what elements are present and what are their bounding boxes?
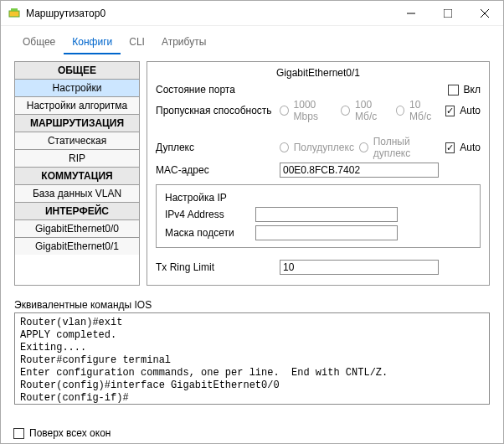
txring-input[interactable] bbox=[280, 260, 439, 275]
bw-100-radio[interactable] bbox=[341, 106, 350, 116]
ipv4-label: IPv4 Address bbox=[165, 209, 249, 220]
sidebar-group-interface: ИНТЕРФЕЙС bbox=[15, 203, 139, 220]
app-icon bbox=[8, 7, 21, 20]
sidebar-item-ge00[interactable]: GigabitEthernet0/0 bbox=[15, 220, 139, 238]
txring-label: Tx Ring Limit bbox=[156, 261, 273, 273]
always-on-top-checkbox[interactable] bbox=[13, 428, 24, 439]
bw-auto-checkbox[interactable] bbox=[445, 106, 455, 116]
duplex-auto-label: Auto bbox=[460, 142, 481, 153]
sidebar-group-routing: МАРШРУТИЗАЦИЯ bbox=[15, 115, 139, 132]
ios-commands-label: Эквивалентные команды IOS bbox=[1, 299, 503, 311]
port-state-label: Состояние порта bbox=[156, 84, 273, 96]
port-on-label: Вкл bbox=[464, 84, 481, 96]
bw-100-label: 100 Мб/с bbox=[355, 99, 390, 122]
mac-label: MAC-адрес bbox=[156, 164, 273, 176]
minimize-button[interactable] bbox=[393, 1, 429, 26]
sidebar: ОБЩЕЕ Настройки Настройки алгоритма МАРШ… bbox=[14, 61, 140, 286]
duplex-half-label: Полудуплекс bbox=[294, 142, 354, 153]
duplex-label: Дуплекс bbox=[156, 142, 273, 153]
duplex-full-label: Полный дуплекс bbox=[373, 136, 440, 159]
sidebar-item-rip[interactable]: RIP bbox=[15, 150, 139, 168]
svg-rect-1 bbox=[11, 8, 18, 11]
svg-rect-0 bbox=[9, 11, 19, 17]
bandwidth-label: Пропускная способность bbox=[156, 105, 273, 116]
sidebar-item-ge01[interactable]: GigabitEthernet0/1 bbox=[15, 238, 139, 255]
sidebar-item-algo-settings[interactable]: Настройки алгоритма bbox=[15, 97, 139, 115]
bw-1000-radio[interactable] bbox=[280, 106, 289, 116]
mac-input[interactable] bbox=[280, 163, 439, 178]
interface-panel: GigabitEthernet0/1 Состояние порта Вкл П… bbox=[147, 61, 490, 286]
port-on-checkbox[interactable] bbox=[448, 85, 459, 96]
close-button[interactable] bbox=[466, 1, 503, 26]
ios-commands-output[interactable]: Router(vlan)#exit APPLY completed. Exiti… bbox=[14, 312, 490, 405]
ip-header-label: Настройка IP bbox=[165, 192, 249, 204]
mask-input[interactable] bbox=[255, 225, 398, 240]
tab-attributes[interactable]: Атрибуты bbox=[153, 33, 214, 54]
tab-bar: Общее Конфиги CLI Атрибуты bbox=[1, 26, 503, 54]
sidebar-group-general: ОБЩЕЕ bbox=[15, 62, 139, 80]
mask-label: Маска подсети bbox=[165, 227, 249, 239]
tab-configs[interactable]: Конфиги bbox=[64, 33, 121, 54]
always-on-top-label: Поверх всех окон bbox=[29, 427, 111, 439]
bw-auto-label: Auto bbox=[460, 105, 481, 116]
sidebar-item-settings[interactable]: Настройки bbox=[15, 80, 139, 97]
tab-general[interactable]: Общее bbox=[14, 33, 64, 54]
sidebar-item-vlan-db[interactable]: База данных VLAN bbox=[15, 185, 139, 203]
title-bar: Маршрутизатор0 bbox=[1, 1, 503, 26]
ipv4-input[interactable] bbox=[255, 207, 398, 222]
window-title: Маршрутизатор0 bbox=[26, 8, 393, 19]
bw-10-radio[interactable] bbox=[396, 106, 405, 116]
ip-config-box: Настройка IP IPv4 Address Маска подсети bbox=[156, 184, 481, 248]
duplex-auto-checkbox[interactable] bbox=[445, 142, 455, 153]
duplex-full-radio[interactable] bbox=[359, 142, 368, 152]
sidebar-item-static[interactable]: Статическая bbox=[15, 132, 139, 150]
bw-1000-label: 1000 Mbps bbox=[294, 99, 337, 122]
bw-10-label: 10 Мб/с bbox=[409, 99, 440, 122]
svg-rect-3 bbox=[444, 9, 452, 18]
sidebar-group-switching: КОММУТАЦИЯ bbox=[15, 168, 139, 185]
panel-title: GigabitEthernet0/1 bbox=[156, 67, 481, 82]
duplex-half-radio[interactable] bbox=[280, 142, 289, 152]
tab-cli[interactable]: CLI bbox=[121, 33, 153, 54]
maximize-button[interactable] bbox=[429, 1, 466, 26]
